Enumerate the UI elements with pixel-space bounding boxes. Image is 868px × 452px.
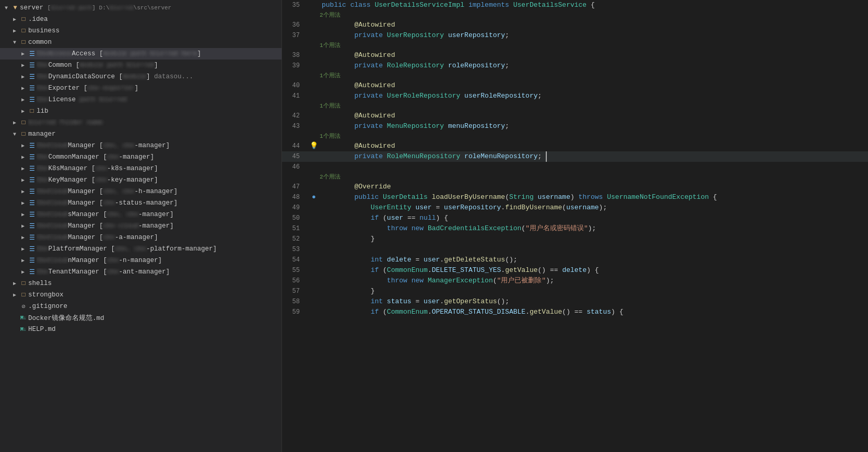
tree-label: .gitignore — [28, 303, 281, 310]
tree-item-manager[interactable]: ▼ □ manager — [0, 128, 281, 140]
tree-item-business[interactable]: ▶ □ business — [0, 25, 281, 37]
arrow-icon: ▶ — [10, 28, 19, 34]
tree-label: strongbox — [28, 291, 281, 299]
hint-text: 1个用法 — [320, 41, 341, 50]
folder-icon: ▼ — [10, 4, 20, 11]
hint-line: 1个用法 — [282, 101, 868, 111]
arrow-icon: ▶ — [19, 188, 27, 195]
tree-item-manager-platform[interactable]: ▶ ☰ CbxPlatformManager [cbx, cbx-platfor… — [0, 243, 281, 255]
hint-text: 1个用法 — [320, 101, 341, 111]
tree-item-manager-status[interactable]: ▶ ☰ CbxCloudManager [cbx-status-manager] — [0, 197, 281, 209]
module-icon: ☰ — [27, 234, 37, 242]
code-line-44: 44 💡 @Autowired — [282, 141, 868, 151]
module-icon: ☰ — [27, 73, 37, 81]
tree-item-common-exporter[interactable]: ▶ ☰ CbxExporter [cbx-exporter] — [0, 82, 281, 94]
line-number: 45 — [282, 151, 308, 162]
code-editor[interactable]: 35 public class UserDetailsServiceImpl i… — [282, 0, 868, 452]
arrow-icon: ▶ — [19, 85, 27, 91]
tree-item-manager-key[interactable]: ▶ ☰ CbxKeyManager [cbx-key-manager] — [0, 174, 281, 186]
hint-line: 2个用法 — [282, 10, 868, 20]
code-line-57: 57 } — [282, 286, 868, 296]
folder-icon: □ — [19, 280, 28, 287]
code-line-59: 59 if (CommonEnum.OPERATOR_STATUS_DISABL… — [282, 307, 868, 317]
line-number: 53 — [282, 244, 308, 255]
module-icon: ☰ — [27, 62, 37, 69]
line-number: 38 — [282, 50, 308, 61]
tree-item-manager-n[interactable]: ▶ ☰ CbxCloudnManager [cbx-n-manager] — [0, 255, 281, 266]
tree-item-manager-k8s[interactable]: ▶ ☰ CbxK8sManager [cbx-k8s-manager] — [0, 163, 281, 174]
tree-label: CbxCloudnManager [cbx-n-manager] — [37, 257, 281, 264]
arrow-icon: ▼ — [10, 40, 19, 45]
tree-label: CbxAccessAccess [module path blurred her… — [37, 50, 281, 57]
code-line-49: 49 UserEntity user = userRepository.find… — [282, 203, 868, 213]
folder-icon: □ — [27, 108, 37, 115]
tree-item-manager-1[interactable]: ▶ ☰ CbxCloudManager [cbx, cbx-manager] — [0, 140, 281, 151]
code-content: 35 public class UserDetailsServiceImpl i… — [282, 0, 868, 452]
tree-item-common-license[interactable]: ▶ ☰ CbxLicense path blurred — [0, 94, 281, 105]
hint-text: 2个用法 — [320, 172, 341, 182]
code-line-36: 36 @Autowired — [282, 20, 868, 30]
code-line-58: 58 int status = user.getOperStatus(); — [282, 296, 868, 307]
tree-item-server[interactable]: ▼ ▼ server [blurred path] D:\blurred\src… — [0, 2, 281, 14]
line-code: private RoleMenuRepository roleMenuRepos… — [320, 151, 868, 162]
file-tree: ▼ ▼ server [blurred path] D:\blurred\src… — [0, 0, 282, 452]
line-number: 51 — [282, 223, 308, 234]
module-icon: ☰ — [27, 245, 37, 253]
tree-item-lib[interactable]: ▶ □ lib — [0, 105, 281, 117]
line-number: 39 — [282, 61, 308, 71]
arrow-icon: ▼ — [2, 5, 10, 11]
tree-item-common-common[interactable]: ▶ ☰ CbxCommon [module path blurred] — [0, 60, 281, 71]
tree-item-manager-s[interactable]: ▶ ☰ CbxCloudsManager [cbx, cbx-manager] — [0, 209, 281, 220]
line-code: } — [320, 286, 868, 296]
line-code — [320, 162, 868, 172]
tree-item-manager-tenant[interactable]: ▶ ☰ CbxTenantManager [cbx-ant-manager] — [0, 266, 281, 278]
line-code: private RoleRepository roleRepository; — [320, 61, 868, 71]
tree-item-common-access[interactable]: ▶ ☰ CbxAccessAccess [module path blurred… — [0, 48, 281, 60]
code-line-39: 39 private RoleRepository roleRepository… — [282, 61, 868, 71]
tree-item-manager-a[interactable]: ▶ ☰ CbxCloudManager [cbx-a-manager] — [0, 232, 281, 243]
code-line-54: 54 int delete = user.getDeleteStatus(); — [282, 255, 868, 265]
tree-item-docker-md[interactable]: M↓ Docker镜像命名规范.md — [0, 312, 281, 324]
tree-item-idea[interactable]: ▶ □ .idea — [0, 14, 281, 25]
tree-item-common-dynamic[interactable]: ▶ ☰ CbxDynamicDataSource [module] dataso… — [0, 71, 281, 82]
tree-label: CbxCommonManager [cbx-manager] — [37, 153, 281, 161]
hint-text: 1个用法 — [320, 71, 341, 80]
line-code: @Autowired — [320, 50, 868, 61]
tree-item-common[interactable]: ▼ □ common — [0, 37, 281, 48]
line-number: 58 — [282, 296, 308, 307]
tree-item-manager-cloud[interactable]: ▶ ☰ CbxCloudManager [cbx-cloud-manager] — [0, 220, 281, 232]
module-icon: ☰ — [27, 85, 37, 92]
tree-item-gitignore[interactable]: ⊘ .gitignore — [0, 301, 281, 312]
line-code: @Autowired — [320, 141, 868, 151]
line-code: throw new ManagerException("用户已被删除"); — [320, 276, 868, 286]
line-number: 43 — [282, 121, 308, 132]
code-line-46: 46 — [282, 162, 868, 172]
tree-item-manager-common[interactable]: ▶ ☰ CbxCommonManager [cbx-manager] — [0, 151, 281, 163]
module-icon: ☰ — [27, 222, 37, 230]
tree-item-manager-h[interactable]: ▶ ☰ CbxCloudManager [cbx, cbx-h-manager] — [0, 186, 281, 197]
tree-label: manager — [28, 130, 281, 138]
arrow-icon: ▶ — [19, 97, 27, 103]
code-line-48: 48 ● public UserDetails loadUserByUserna… — [282, 192, 868, 203]
line-number: 35 — [282, 0, 308, 10]
code-line-38: 38 @Autowired — [282, 50, 868, 61]
code-line-35: 35 public class UserDetailsServiceImpl i… — [282, 0, 868, 10]
tree-label: blurred folder name — [28, 119, 281, 126]
tree-label: common — [28, 39, 281, 46]
module-icon: ☰ — [27, 211, 37, 219]
tree-item-shells[interactable]: ▶ □ shells — [0, 278, 281, 289]
arrow-icon: ▶ — [19, 200, 27, 206]
tree-item-strongbox[interactable]: ▶ □ strongbox — [0, 289, 281, 301]
code-line-42: 42 @Autowired — [282, 111, 868, 121]
line-number: 49 — [282, 203, 308, 213]
tree-label: CbxCloudsManager [cbx, cbx-manager] — [37, 211, 281, 218]
code-line-37: 37 private UserRepository userRepository… — [282, 30, 868, 41]
bulb-gutter[interactable]: 💡 — [308, 141, 320, 151]
module-icon: ☰ — [27, 199, 37, 207]
code-line-55: 55 if (CommonEnum.DELETE_STATUS_YES.getV… — [282, 265, 868, 276]
folder-icon: □ — [19, 27, 28, 34]
tree-item-blurred-folder[interactable]: ▶ □ blurred folder name — [0, 117, 281, 128]
tree-label: CbxKeyManager [cbx-key-manager] — [37, 176, 281, 184]
tree-item-help-md[interactable]: M↓ HELP.md — [0, 324, 281, 335]
debug-gutter[interactable]: ● — [308, 192, 320, 203]
